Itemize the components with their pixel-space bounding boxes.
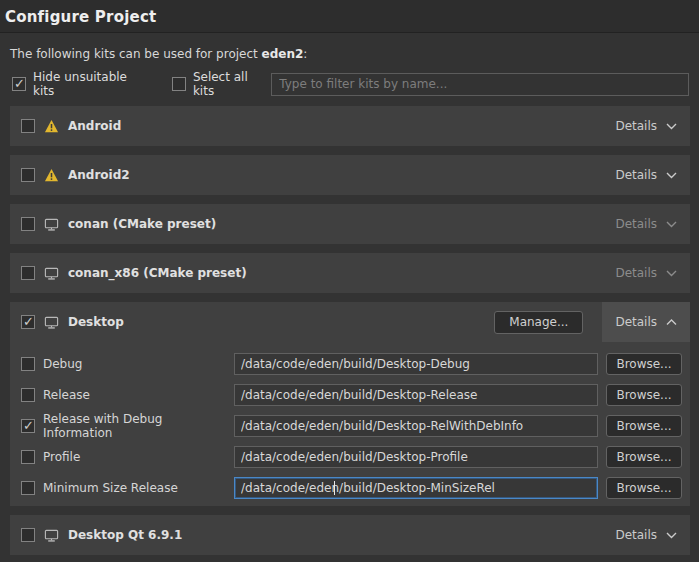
- config-label: Minimum Size Release: [43, 481, 178, 495]
- kit-list: Android Details Android2 Details conan (…: [10, 106, 690, 555]
- kit-name: Android: [68, 119, 121, 133]
- kit-checkbox[interactable]: [21, 315, 35, 329]
- build-config-row-release: Release Browse...: [21, 384, 682, 406]
- hide-unsuitable-kits-label: Hide unsuitable kits: [33, 70, 150, 98]
- build-config-row-minsizerel: Minimum Size Release Browse...: [21, 477, 682, 499]
- browse-button[interactable]: Browse...: [606, 353, 682, 375]
- build-dir-input-profile[interactable]: [234, 446, 598, 468]
- kit-row-conan[interactable]: conan (CMake preset) Details: [10, 204, 690, 244]
- checkbox-icon[interactable]: [172, 77, 186, 91]
- kit-checkbox[interactable]: [21, 266, 35, 280]
- kit-checkbox[interactable]: [21, 528, 35, 542]
- details-toggle[interactable]: Details: [602, 515, 690, 555]
- checkbox-icon[interactable]: [12, 77, 26, 91]
- chevron-down-icon: [666, 172, 677, 179]
- intro-text-before: The following kits can be used for proje…: [10, 47, 262, 61]
- kit-checkbox[interactable]: [21, 217, 35, 231]
- build-config-row-profile: Profile Browse...: [21, 446, 682, 468]
- chevron-down-icon: [666, 532, 677, 539]
- kit-name: conan (CMake preset): [68, 217, 216, 231]
- config-checkbox[interactable]: [21, 419, 35, 433]
- details-toggle[interactable]: Details: [602, 106, 690, 146]
- intro-text-after: :: [303, 47, 307, 61]
- filter-bar: Hide unsuitable kits Select all kits: [12, 73, 689, 95]
- details-toggle: Details: [602, 253, 690, 293]
- browse-button[interactable]: Browse...: [606, 384, 682, 406]
- kit-name: conan_x86 (CMake preset): [68, 266, 247, 280]
- details-toggle[interactable]: Details: [602, 302, 690, 342]
- config-checkbox[interactable]: [21, 481, 35, 495]
- select-all-kits-checkbox[interactable]: Select all kits: [172, 70, 271, 98]
- build-dir-input-minsizerel[interactable]: [234, 477, 598, 499]
- kit-row-desktop[interactable]: Desktop Manage... Details: [10, 302, 690, 342]
- kit-name: Android2: [68, 168, 130, 182]
- kit-checkbox[interactable]: [21, 168, 35, 182]
- page-title: Configure Project: [5, 8, 699, 26]
- build-dir-input-relwithdebinfo[interactable]: [234, 415, 598, 437]
- config-checkbox[interactable]: [21, 357, 35, 371]
- kit-row-android2[interactable]: Android2 Details: [10, 155, 690, 195]
- build-config-row-debug: Debug Browse...: [21, 353, 682, 375]
- manage-kits-button[interactable]: Manage...: [494, 311, 583, 334]
- chevron-down-icon: [666, 270, 677, 277]
- text-cursor: [334, 481, 335, 495]
- build-config-row-relwithdebinfo: Release with Debug Information Browse...: [21, 415, 682, 437]
- desktop-icon: [44, 266, 59, 281]
- details-toggle: Details: [602, 204, 690, 244]
- chevron-down-icon: [666, 221, 677, 228]
- warning-icon: [44, 119, 59, 134]
- config-label: Release: [43, 388, 90, 402]
- desktop-icon: [44, 315, 59, 330]
- details-label: Details: [615, 168, 657, 182]
- config-label: Debug: [43, 357, 82, 371]
- project-name: eden2: [262, 47, 304, 61]
- config-checkbox[interactable]: [21, 450, 35, 464]
- desktop-header-actions: Manage... Details: [494, 302, 690, 342]
- kit-row-conan-x86[interactable]: conan_x86 (CMake preset) Details: [10, 253, 690, 293]
- details-label: Details: [615, 528, 657, 542]
- details-toggle[interactable]: Details: [602, 155, 690, 195]
- details-label: Details: [615, 217, 657, 231]
- kit-row-android[interactable]: Android Details: [10, 106, 690, 146]
- browse-button[interactable]: Browse...: [606, 477, 682, 499]
- details-label: Details: [615, 266, 657, 280]
- kit-card-desktop: Desktop Manage... Details Debug Browse..…: [10, 302, 690, 506]
- warning-icon: [44, 168, 59, 183]
- build-dir-input-debug[interactable]: [234, 353, 598, 375]
- config-checkbox[interactable]: [21, 388, 35, 402]
- chevron-up-icon: [666, 319, 677, 326]
- chevron-down-icon: [666, 123, 677, 130]
- select-all-kits-label: Select all kits: [193, 70, 271, 98]
- kit-row-desktop-qt-691[interactable]: Desktop Qt 6.9.1 Details: [10, 515, 690, 555]
- kit-filter-input[interactable]: [271, 73, 689, 96]
- hide-unsuitable-kits-checkbox[interactable]: Hide unsuitable kits: [12, 70, 150, 98]
- intro-text: The following kits can be used for proje…: [10, 47, 689, 61]
- desktop-icon: [44, 217, 59, 232]
- browse-button[interactable]: Browse...: [606, 446, 682, 468]
- config-label: Profile: [43, 450, 80, 464]
- kit-name: Desktop Qt 6.9.1: [68, 528, 182, 542]
- build-dir-input-release[interactable]: [234, 384, 598, 406]
- details-label: Details: [615, 119, 657, 133]
- kit-checkbox[interactable]: [21, 119, 35, 133]
- config-label: Release with Debug Information: [43, 412, 234, 440]
- window-header: Configure Project: [0, 0, 699, 33]
- browse-button[interactable]: Browse...: [606, 415, 682, 437]
- desktop-icon: [44, 528, 59, 543]
- kit-name: Desktop: [68, 315, 124, 329]
- details-label: Details: [615, 315, 657, 329]
